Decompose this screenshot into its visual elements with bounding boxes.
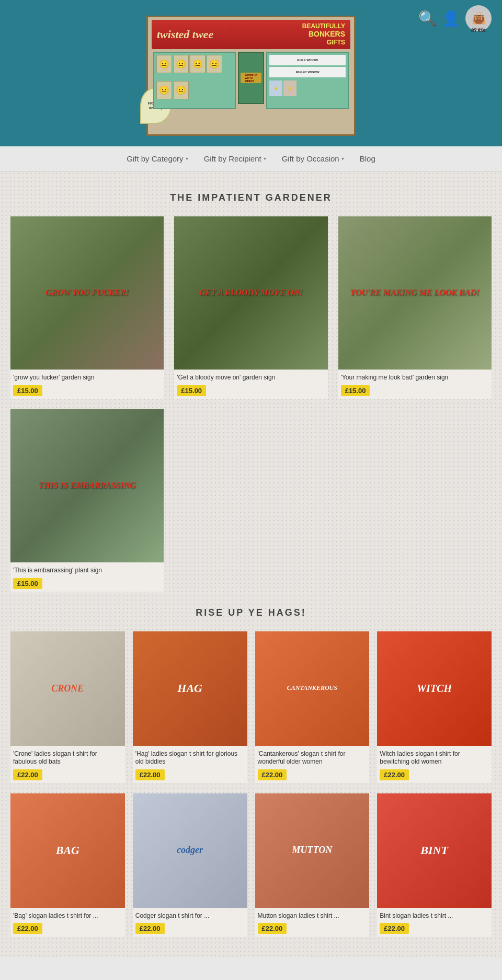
product-move-on[interactable]: GET A BLOODY MOVE ON! 'Get a bloody move… [174,216,327,399]
store-door: Come inwe'reOPEN [238,52,264,104]
product-name-crone: 'Crone' ladies slogan t shirt for fabulo… [13,750,122,766]
store-image: FREE UK delivery twisted twee BEAUTIFULL… [141,10,361,141]
product-hag[interactable]: HAG 'Hag' ladies slogan t shirt for glor… [133,631,247,783]
product-name-bag: 'Bag' slogan ladies t shirt for ... [13,912,122,920]
product-info-codger: Codger slogan t shirt for ... £22.00 [133,908,247,937]
product-name-codger: Codger slogan t shirt for ... [135,912,245,920]
store-windows-row: 😐 😐 😐 😐 😐 😐 Come inwe'reOPEN [148,49,354,109]
product-image-move: GET A BLOODY MOVE ON! [174,216,327,370]
nav-item-category[interactable]: Gift by Category ▾ [127,154,188,163]
section-title-gardener: THE IMPATIENT GARDENER [10,192,492,203]
product-info-bag: 'Bag' slogan ladies t shirt for ... £22.… [10,908,125,937]
product-image-embarrassing: THIS IS EMBARRASSING [10,409,164,562]
product-price-look: £15.00 [341,385,370,396]
face-6: 😐 [173,81,189,99]
product-info-cantankerous: 'Cantankerous' slogan t shirt for wonder… [255,746,370,783]
product-name-grow: 'grow you fucker' garden sign [13,374,161,382]
store-window-left: 😐 😐 😐 😐 😐 😐 [153,52,236,109]
category-arrow: ▾ [186,156,188,162]
product-info-embarrassing: 'This is embarrassing' plant sign £15.00 [10,562,164,592]
hags-row-2: BAG 'Bag' slogan ladies t shirt for ... … [10,793,492,937]
product-bag[interactable]: BAG 'Bag' slogan ladies t shirt for ... … [10,793,125,937]
header-icons: 🔍 👤 👜 MY BAG [418,5,492,31]
store-window-right: GOLF WIDOW RUGBY WIDOW 😐 😐 [266,52,349,109]
product-info-hag: 'Hag' ladies slogan t shirt for glorious… [133,746,247,783]
product-info-crone: 'Crone' ladies slogan t shirt for fabulo… [10,746,125,783]
product-price-bint: £22.00 [380,923,409,934]
product-price-grow: £15.00 [13,385,42,396]
product-price-mutton: £22.00 [258,923,287,934]
bag-label: MY BAG [472,27,485,30]
product-image-witch: WITCH [377,631,492,746]
product-name-embarrassing: 'This is embarrassing' plant sign [13,567,161,575]
store-tagline: BEAUTIFULLY BONKERS GIFTS [302,22,345,47]
product-name-mutton: Mutton slogan ladies t shirt ... [258,912,367,920]
product-info-look: 'Your making me look bad' garden sign £1… [338,370,492,399]
tshirt-display-2: RUGBY WIDOW [269,67,346,77]
product-mutton[interactable]: MUTTON Mutton slogan ladies t shirt ... … [255,793,370,937]
face-4: 😐 [207,55,222,73]
empty-slot-1 [174,409,327,592]
main-nav: Gift by Category ▾ Gift by Recipient ▾ G… [0,146,502,171]
product-name-move: 'Get a bloody move on' garden sign [177,374,325,382]
section-title-hags: RISE UP YE HAGS! [10,607,492,618]
product-price-witch: £22.00 [380,769,409,780]
product-image-crone: CRONE [10,631,125,746]
product-info-grow: 'grow you fucker' garden sign £15.00 [10,370,164,399]
product-grow-you-fucker[interactable]: GROW YOU FUCKER! 'grow you fucker' garde… [10,216,164,399]
product-image-look: YOU'RE MAKING ME LOOK BAD! [338,216,492,370]
nav-item-occasion[interactable]: Gift by Occasion ▾ [282,154,344,163]
product-price-cantankerous: £22.00 [258,769,287,780]
product-price-codger: £22.00 [135,923,165,934]
site-header: 🔍 👤 👜 MY BAG FREE UK delivery twisted tw… [0,0,502,146]
product-price-bag: £22.00 [13,923,42,934]
gardener-row-1: GROW YOU FUCKER! 'grow you fucker' garde… [10,216,492,399]
empty-slot-2 [338,409,492,592]
product-witch[interactable]: WITCH Witch ladies slogan t shirt for be… [377,631,492,783]
face-small-2: 😐 [283,80,296,96]
hags-row-1: CRONE 'Crone' ladies slogan t shirt for … [10,631,492,783]
product-price-hag: £22.00 [135,769,165,780]
face-5: 😐 [156,81,172,99]
product-bint[interactable]: BINT Bint slogan ladies t shirt ... £22.… [377,793,492,937]
product-embarrassing[interactable]: THIS IS EMBARRASSING 'This is embarrassi… [10,409,164,592]
product-image-codger: codger [133,793,247,908]
face-1: 😐 [156,55,172,73]
product-info-move: 'Get a bloody move on' garden sign £15.0… [174,370,327,399]
product-image-cantankerous: CANTANKEROUS [255,631,370,746]
product-name-look: 'Your making me look bad' garden sign [341,374,489,382]
nav-item-blog[interactable]: Blog [360,154,375,163]
search-icon[interactable]: 🔍 [418,10,437,27]
product-image-hag: HAG [133,631,247,746]
face-3: 😐 [190,55,206,73]
product-price-move: £15.00 [177,385,206,396]
product-crone[interactable]: CRONE 'Crone' ladies slogan t shirt for … [10,631,125,783]
face-small-1: 😐 [269,80,282,96]
product-info-bint: Bint slogan ladies t shirt ... £22.00 [377,908,492,937]
nav-item-recipient[interactable]: Gift by Recipient ▾ [204,154,266,163]
store-name: twisted twee [157,28,213,41]
bag-button[interactable]: 👜 MY BAG [465,5,492,31]
product-image-mutton: MUTTON [255,793,370,908]
product-name-cantankerous: 'Cantankerous' slogan t shirt for wonder… [258,750,367,766]
product-look-bad[interactable]: YOU'RE MAKING ME LOOK BAD! 'Your making … [338,216,492,399]
product-name-bint: Bint slogan ladies t shirt ... [380,912,489,920]
store-sign: twisted twee BEAUTIFULLY BONKERS GIFTS [152,20,350,49]
account-icon[interactable]: 👤 [442,10,460,27]
product-info-witch: Witch ladies slogan t shirt for bewitchi… [377,746,492,783]
product-price-embarrassing: £15.00 [13,578,42,589]
product-cantankerous[interactable]: CANTANKEROUS 'Cantankerous' slogan t shi… [255,631,370,783]
main-content: THE IMPATIENT GARDENER GROW YOU FUCKER! … [0,171,502,958]
tshirt-display-1: GOLF WIDOW [269,55,346,65]
product-image-grow: GROW YOU FUCKER! [10,216,164,370]
bag-emoji: 👜 [472,11,486,25]
open-sign: Come inwe'reOPEN [241,73,261,83]
store-facade: FREE UK delivery twisted twee BEAUTIFULL… [146,16,356,136]
product-name-hag: 'Hag' ladies slogan t shirt for glorious… [135,750,245,766]
product-price-crone: £22.00 [13,769,42,780]
occasion-arrow: ▾ [341,156,344,162]
product-codger[interactable]: codger Codger slogan t shirt for ... £22… [133,793,247,937]
product-image-bag: BAG [10,793,125,908]
product-info-mutton: Mutton slogan ladies t shirt ... £22.00 [255,908,370,937]
product-name-witch: Witch ladies slogan t shirt for bewitchi… [380,750,489,766]
